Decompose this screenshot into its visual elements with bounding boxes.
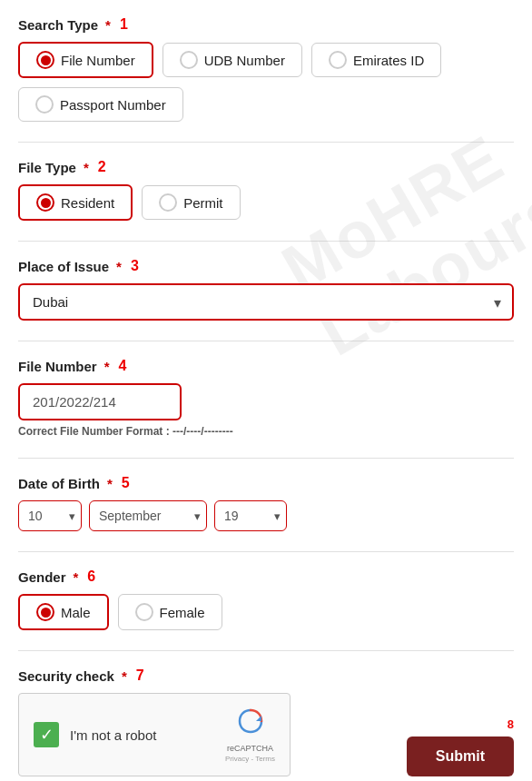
radio-emirates-id[interactable]: Emirates ID <box>311 43 441 77</box>
divider-6 <box>18 650 514 651</box>
divider-4 <box>18 458 514 459</box>
security-check-section: Security check * 7 ✓ I'm not a robot reC… <box>18 667 514 776</box>
radio-label-male: Male <box>61 605 91 620</box>
divider-2 <box>18 241 514 242</box>
dob-day-wrapper: 10 123 456 789 111213 141516 171819 2021… <box>18 500 82 531</box>
radio-file-number[interactable]: File Number <box>18 42 153 78</box>
captcha-box[interactable]: ✓ I'm not a robot reCAPTCHA Privacy - Te… <box>18 693 291 776</box>
file-type-label: File Type * 2 <box>18 159 514 175</box>
radio-label-resident: Resident <box>61 195 114 211</box>
place-of-issue-label: Place of Issue * 3 <box>18 258 514 274</box>
radio-passport-number[interactable]: Passport Number <box>18 87 183 122</box>
radio-circle-female <box>135 603 153 621</box>
radio-label-passport-number: Passport Number <box>60 97 166 113</box>
date-of-birth-label: Date of Birth * 5 <box>18 475 514 491</box>
date-of-birth-section: Date of Birth * 5 10 123 456 789 111213 … <box>18 475 514 531</box>
gender-section: Gender * 6 Male Female <box>18 568 514 630</box>
required-star-2: * <box>84 160 89 175</box>
radio-circle-resident <box>36 193 54 212</box>
required-star-1: * <box>105 17 111 33</box>
divider-5 <box>18 551 514 552</box>
gender-radio-group: Male Female <box>18 594 514 630</box>
file-number-format-hint: Correct File Number Format : ---/----/--… <box>18 425 514 438</box>
radio-circle-male <box>36 603 54 621</box>
captcha-right: reCAPTCHA Privacy - Terms <box>225 707 275 763</box>
radio-circle-emirates-id <box>329 51 347 69</box>
radio-label-udb-number: UDB Number <box>204 53 285 68</box>
place-of-issue-select[interactable]: Abu Dhabi Dubai Sharjah Ajman Umm Al Quw… <box>18 283 514 321</box>
file-number-section: File Number * 4 Correct File Number Form… <box>18 358 514 438</box>
watermark: MoHRELabours <box>270 105 532 370</box>
file-number-label: File Number * 4 <box>18 358 514 374</box>
place-of-issue-select-wrapper: Abu Dhabi Dubai Sharjah Ajman Umm Al Quw… <box>18 283 514 321</box>
dob-group: 10 123 456 789 111213 141516 171819 2021… <box>18 500 514 531</box>
required-star-5: * <box>107 476 113 491</box>
required-star-6: * <box>74 569 79 585</box>
submit-step-number: 8 <box>507 717 514 731</box>
recaptcha-sublabel: Privacy - Terms <box>225 755 275 763</box>
captcha-text: I'm not a robot <box>70 727 156 743</box>
radio-label-file-number: File Number <box>61 53 135 68</box>
dob-year-select[interactable]: 19 19601970 19801990 2000 <box>214 500 287 531</box>
search-type-section: Search Type * 1 File Number UDB Number E… <box>18 16 514 122</box>
radio-circle-permit <box>159 193 177 212</box>
divider-3 <box>18 341 514 341</box>
file-type-section: File Type * 2 Resident Permit <box>18 159 514 221</box>
captcha-left: ✓ I'm not a robot <box>34 722 156 747</box>
dob-month-select[interactable]: JanuaryFebruaryMarch AprilMayJune JulyAu… <box>89 500 207 531</box>
gender-label: Gender * 6 <box>18 568 514 585</box>
svg-marker-0 <box>256 716 261 721</box>
dob-day-select[interactable]: 10 123 456 789 111213 141516 171819 2021… <box>18 500 82 531</box>
file-number-input[interactable] <box>18 383 182 420</box>
required-star-7: * <box>122 668 127 684</box>
radio-permit[interactable]: Permit <box>142 185 240 220</box>
dob-month-wrapper: JanuaryFebruaryMarch AprilMayJune JulyAu… <box>89 500 207 531</box>
radio-label-permit: Permit <box>183 195 222 211</box>
required-star-4: * <box>104 359 110 374</box>
radio-circle-passport-number <box>35 95 54 114</box>
radio-label-emirates-id: Emirates ID <box>353 53 424 68</box>
file-type-radio-group: Resident Permit <box>18 184 514 221</box>
radio-resident[interactable]: Resident <box>18 184 133 221</box>
divider-1 <box>18 142 514 143</box>
required-star-3: * <box>116 259 122 274</box>
dob-year-wrapper: 19 19601970 19801990 2000 <box>214 500 287 531</box>
radio-label-female: Female <box>160 605 205 620</box>
search-type-radio-group: File Number UDB Number Emirates ID <box>18 42 514 78</box>
radio-udb-number[interactable]: UDB Number <box>163 43 302 77</box>
search-type-label: Search Type * 1 <box>18 16 514 33</box>
recaptcha-label: reCAPTCHA <box>227 744 273 753</box>
security-check-label: Security check * 7 <box>18 667 514 684</box>
captcha-checkmark: ✓ <box>34 722 59 747</box>
place-of-issue-section: Place of Issue * 3 Abu Dhabi Dubai Sharj… <box>18 258 514 321</box>
radio-female[interactable]: Female <box>118 594 222 630</box>
submit-button[interactable]: Submit <box>407 737 514 776</box>
recaptcha-icon <box>236 707 265 742</box>
radio-circle-udb-number <box>180 51 198 69</box>
radio-circle-file-number <box>36 51 54 69</box>
search-type-radio-group-row2: Passport Number <box>18 87 514 122</box>
radio-male[interactable]: Male <box>18 594 109 630</box>
